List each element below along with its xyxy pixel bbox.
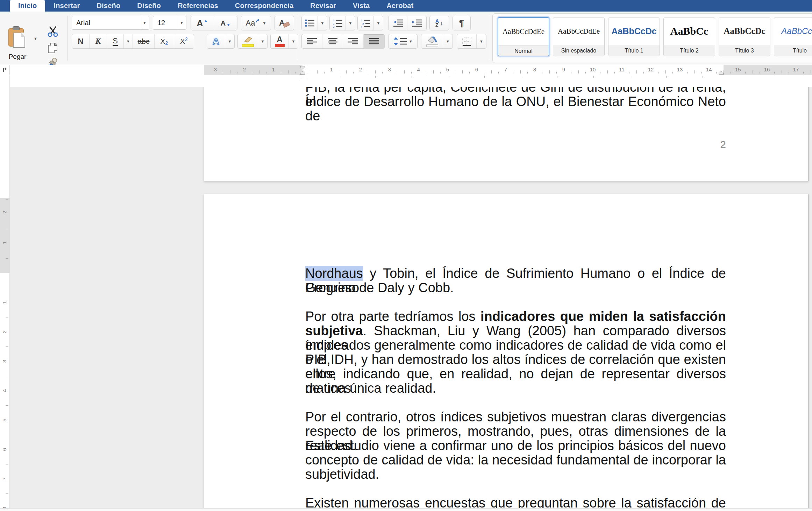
left-indent-marker[interactable] xyxy=(300,75,305,80)
text-line[interactable]: Genuino de Daly y Cobb. xyxy=(305,281,726,295)
justify-button[interactable] xyxy=(364,34,384,48)
borders-dropdown-icon[interactable]: ▼ xyxy=(477,34,486,48)
text-effects-dropdown-icon[interactable]: ▼ xyxy=(225,34,234,48)
tab-acrobat[interactable]: Acrobat xyxy=(378,0,422,12)
ruler-tick xyxy=(571,72,571,74)
selected-text[interactable]: Nordhaus xyxy=(305,266,363,281)
text-line[interactable]: concepto de calidad de vida: la necesida… xyxy=(305,453,726,467)
multilevel-list-button[interactable]: 1ai xyxy=(358,16,374,30)
subscript-button[interactable]: X2 xyxy=(155,34,174,48)
font-name-combo[interactable]: Arial ▼ xyxy=(72,16,149,30)
ruler-number: 4 xyxy=(415,66,422,72)
style-titulo-1[interactable]: AaBbCcDc Título 1 xyxy=(608,17,660,56)
text-line[interactable]: de una única realidad. xyxy=(305,381,726,396)
underline-button[interactable]: S xyxy=(107,34,124,48)
cut-icon[interactable] xyxy=(47,26,59,37)
ruler-tick xyxy=(484,72,484,74)
line-spacing-button[interactable]: ▼ xyxy=(388,34,418,49)
text-line[interactable]: subjetividad. xyxy=(305,467,726,482)
text-line[interactable]: Nordhaus y Tobin, el Índice de Sufrimien… xyxy=(305,266,726,281)
style-titulo-3[interactable]: AaBbCcDc Título 3 xyxy=(719,17,770,56)
ruler-tick xyxy=(411,72,412,74)
superscript-button[interactable]: X2 xyxy=(174,34,194,48)
text-line[interactable]: ellos, indicando que, en realidad, no de… xyxy=(305,367,726,381)
text-line[interactable]: respecto de los primeros, mostrando, pue… xyxy=(305,424,726,439)
tab-correspondencia[interactable]: Correspondencia xyxy=(227,0,302,12)
bullet-list-button[interactable] xyxy=(302,16,318,30)
vertical-ruler[interactable]: 2 1 1 2 3 4 5 6 7 8 xyxy=(0,75,10,511)
text-line[interactable]: o el IDH, y han demostrado los altos índ… xyxy=(305,352,726,367)
shrink-font-button[interactable]: A▼ xyxy=(214,16,237,30)
ruler-number: 2 xyxy=(1,327,8,337)
shading-button[interactable] xyxy=(421,34,443,48)
ruler-number: 14 xyxy=(705,66,713,72)
decrease-indent-button[interactable] xyxy=(389,16,407,30)
align-center-button[interactable] xyxy=(322,34,343,48)
style-titulo-sub[interactable]: AaBbCcD Título xyxy=(774,17,812,56)
horizontal-ruler[interactable]: 3 2 1 1 2 3 4 5 6 7 8 9 10 11 12 13 14 1… xyxy=(0,65,812,75)
group-divider xyxy=(489,16,489,61)
alignment-group xyxy=(301,34,385,49)
borders-button[interactable] xyxy=(457,34,477,48)
grow-font-button[interactable]: A▲ xyxy=(191,16,214,30)
tab-insertar[interactable]: Insertar xyxy=(45,0,88,12)
numbered-list-dropdown-icon[interactable]: ▼ xyxy=(346,16,355,30)
clear-formatting-button[interactable]: A xyxy=(275,16,294,30)
ruler-tick xyxy=(556,72,557,74)
page-1[interactable]: PIB, la renta per cápita, Coeficinete de… xyxy=(204,75,809,181)
ruler-tick xyxy=(469,72,470,74)
change-case-button[interactable]: Aa ▼ xyxy=(241,16,271,30)
ruler-tick xyxy=(433,70,434,74)
paragraph[interactable]: Nordhaus y Tobin, el Índice de Sufrimien… xyxy=(305,266,726,295)
paste-dropdown-icon[interactable]: ▼ xyxy=(34,37,37,41)
tab-referencias[interactable]: Referencias xyxy=(169,0,227,12)
font-name-dropdown-icon[interactable]: ▼ xyxy=(140,16,149,29)
tab-diseno-2[interactable]: Diseño xyxy=(129,0,169,12)
right-indent-marker[interactable] xyxy=(719,71,724,75)
bullet-list-dropdown-icon[interactable]: ▼ xyxy=(318,16,327,30)
sort-button[interactable]: AZ ↓ xyxy=(429,16,449,30)
tab-revisar[interactable]: Revisar xyxy=(302,0,344,12)
ruler-tick xyxy=(230,70,230,74)
tab-diseno-1[interactable]: Diseño xyxy=(88,0,129,12)
text-line[interactable]: subjetiva. Shackman, Liu y Wang (2005) h… xyxy=(305,324,726,338)
style-sin-espaciado[interactable]: AaBbCcDdEe Sin espaciado xyxy=(553,17,605,56)
page-2[interactable]: Nordhaus y Tobin, el Índice de Sufrimien… xyxy=(204,194,809,511)
tab-selector[interactable] xyxy=(0,65,10,75)
ruler-number: 10 xyxy=(589,66,597,72)
italic-button[interactable]: K xyxy=(90,34,107,48)
show-paragraph-marks-button[interactable]: ¶ xyxy=(453,16,471,30)
page2-text[interactable]: Nordhaus y Tobin, el Índice de Sufrimien… xyxy=(305,266,726,511)
text-effects-button[interactable]: A xyxy=(207,34,225,48)
document-canvas[interactable]: PIB, la renta per cápita, Coeficinete de… xyxy=(0,75,812,511)
align-left-button[interactable] xyxy=(302,34,322,48)
text-line[interactable]: empleados generalmente como indicadores … xyxy=(305,338,726,352)
text-line[interactable]: Índice de Desarrollo Humano de la ONU, e… xyxy=(305,94,726,109)
tab-vista[interactable]: Vista xyxy=(344,0,378,12)
shading-dropdown-icon[interactable]: ▼ xyxy=(443,34,453,48)
paint-bucket-icon xyxy=(427,36,437,44)
tab-inicio[interactable]: Inicio xyxy=(10,0,45,12)
strikethrough-button[interactable]: abc xyxy=(133,34,155,48)
bold-button[interactable]: N xyxy=(72,34,90,48)
font-color-button[interactable]: A xyxy=(271,34,289,48)
highlight-button[interactable] xyxy=(238,34,258,48)
text-line[interactable]: Este estudio viene a confirmar uno de lo… xyxy=(305,439,726,453)
ruler-number: 2 xyxy=(1,207,8,217)
paragraph[interactable]: Por el contrario, otros índices subjetiv… xyxy=(305,410,726,482)
style-normal[interactable]: AaBbCcDdEe Normal xyxy=(498,17,549,56)
underline-dropdown-icon[interactable]: ▼ xyxy=(124,34,133,48)
font-size-dropdown-icon[interactable]: ▼ xyxy=(177,16,186,29)
paragraph[interactable]: Por otra parte tedríamos los indicadores… xyxy=(305,309,726,396)
copy-icon[interactable] xyxy=(48,42,58,54)
style-titulo-2[interactable]: AaBbCc Título 2 xyxy=(663,17,715,56)
increase-indent-button[interactable] xyxy=(407,16,426,30)
text-line[interactable]: Por otra parte tedríamos los indicadores… xyxy=(305,309,726,324)
numbered-list-button[interactable]: 123 xyxy=(330,16,346,30)
highlight-dropdown-icon[interactable]: ▼ xyxy=(258,34,267,48)
ruler-tick xyxy=(803,72,804,74)
align-right-button[interactable] xyxy=(343,34,364,48)
multilevel-list-dropdown-icon[interactable]: ▼ xyxy=(374,16,383,30)
text-line[interactable]: Por el contrario, otros índices subjetiv… xyxy=(305,410,726,424)
font-size-combo[interactable]: 12 ▼ xyxy=(153,16,186,30)
